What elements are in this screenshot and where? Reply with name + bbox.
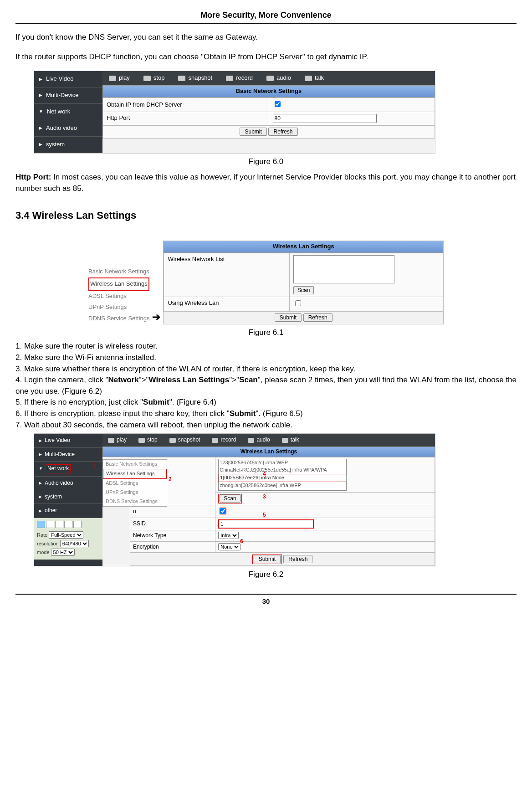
annotation-1: 1 [93, 462, 97, 470]
side-ddns[interactable]: DDNS Service Settings [88, 313, 149, 324]
figure-6-2: Live Video Multi-Device Net work Audio v… [34, 433, 435, 566]
figure-6-1: Basic Network Settings Wireless Lan Sett… [88, 241, 444, 324]
record-button[interactable]: record [226, 74, 253, 82]
record-icon [212, 438, 218, 443]
arrow-right-icon: ➔ [152, 310, 160, 324]
nav-other[interactable]: other [34, 504, 102, 518]
talk-icon [282, 438, 288, 443]
wifi-item-3[interactable]: zhonglian[0025862c0bee] infra WEP [219, 482, 346, 489]
wifi-item-2[interactable]: 1[0025B637ee26] infra None [219, 474, 346, 482]
scan-button[interactable]: Scan [220, 494, 240, 503]
nav-system[interactable]: system [34, 490, 102, 504]
nav-multi-device[interactable]: Multi-Device [34, 448, 102, 462]
wireless-list-label: Wireless Network List [164, 253, 290, 297]
talk-icon [305, 76, 312, 81]
network-submenu: Basic Network Settings Wireless Lan Sett… [102, 459, 167, 507]
refresh-button[interactable]: Refresh [283, 555, 312, 563]
resolution-select[interactable]: 640*480 [60, 540, 89, 547]
step-4: 4. Login the camera, click "Network">"Wi… [15, 375, 517, 397]
wireless-list-box[interactable] [293, 255, 394, 283]
snapshot-icon [169, 438, 176, 443]
play-button[interactable]: play [109, 74, 130, 82]
layout-icons[interactable] [37, 521, 100, 530]
side-adsl[interactable]: ADSL Settings [88, 291, 149, 302]
record-icon [226, 76, 233, 81]
http-port-paragraph: Http Port: In most cases, you can leave … [15, 172, 517, 194]
using-wireless-checkbox[interactable] [220, 508, 226, 514]
stop-icon [138, 438, 145, 443]
side-wireless-lan[interactable]: Wireless Lan Settings [88, 277, 149, 291]
section-heading-3-4: 3.4 Wireless Lan Settings [15, 208, 517, 223]
step-6: 6. If there is encryption, please input … [15, 408, 517, 420]
side-upnp[interactable]: UPnP Settings [88, 302, 149, 313]
nav-audio-video[interactable]: Audio video [34, 120, 102, 137]
step-1: 1. Make sure the router is wireless rout… [15, 341, 517, 352]
http-port-label: Http Port [103, 112, 269, 125]
network-type-select[interactable]: Infra [218, 532, 239, 539]
steps-list: 1. Make sure the router is wireless rout… [15, 341, 517, 431]
dhcp-checkbox[interactable] [275, 101, 281, 107]
settings-sidebar: Basic Network Settings Wireless Lan Sett… [88, 266, 149, 324]
audio-button[interactable]: audio [266, 74, 291, 82]
nav-multi-device[interactable]: Multi-Device [34, 87, 102, 104]
ssid-label: SSID [130, 518, 215, 530]
stop-button[interactable]: stop [138, 436, 158, 444]
nav-network[interactable]: Net work [34, 104, 102, 120]
audio-icon [266, 76, 274, 81]
panel-title: Wireless Lan Settings [102, 447, 435, 457]
using-wireless-label: Using Wireless Lan [164, 297, 290, 311]
network-type-label: Network Type [130, 530, 215, 541]
figure-6-0-caption: Figure 6.0 [15, 156, 517, 168]
snapshot-button[interactable]: snapshot [178, 74, 212, 82]
nav-audio-video[interactable]: Audio video [34, 477, 102, 490]
refresh-button[interactable]: Refresh [303, 313, 332, 322]
talk-button[interactable]: talk [305, 74, 324, 82]
annotation-2: 2 [169, 476, 172, 483]
http-port-input[interactable] [273, 114, 377, 123]
toolbar: play stop snapshot record audio talk [102, 71, 435, 85]
rate-select[interactable]: Full-Speed [49, 531, 83, 539]
submenu-upnp[interactable]: UPnP Settings [103, 488, 167, 497]
scan-button[interactable]: Scan [293, 286, 314, 294]
submit-button[interactable]: Submit [240, 128, 266, 136]
panel-title: Wireless Lan Settings [164, 241, 443, 253]
submenu-basic[interactable]: Basic Network Settings [103, 460, 167, 469]
figure-6-2-caption: Figure 6.2 [15, 569, 517, 580]
play-icon [109, 76, 116, 81]
audio-button[interactable]: audio [248, 436, 270, 444]
using-wireless-checkbox[interactable] [295, 300, 301, 306]
stop-button[interactable]: stop [143, 74, 165, 82]
side-basic-network[interactable]: Basic Network Settings [88, 266, 149, 277]
encryption-select[interactable]: None [218, 543, 240, 550]
stop-icon [143, 76, 151, 81]
snapshot-icon [178, 76, 185, 81]
mode-select[interactable]: 50 HZ [51, 549, 75, 556]
talk-button[interactable]: talk [282, 436, 299, 444]
wifi-list[interactable]: 123[002586745b2c] infra WEP ChinaNet-RCJ… [218, 459, 347, 491]
snapshot-button[interactable]: snapshot [169, 436, 200, 444]
play-button[interactable]: play [108, 436, 127, 444]
nav-live-video[interactable]: Live Video [34, 434, 102, 447]
dhcp-label: Obtain IP from DHCP Server [103, 98, 269, 112]
http-port-lead: Http Port: [15, 173, 51, 181]
ssid-input[interactable] [219, 520, 313, 528]
preview-controls: Rate Full-Speed resolution 640*480 mode … [34, 518, 102, 560]
toolbar: play stop snapshot record audio talk [102, 434, 435, 446]
audio-icon [248, 438, 254, 443]
step-5: 5. If there is no encryption, just click… [15, 397, 517, 408]
nav-network[interactable]: Net work [34, 462, 102, 476]
submenu-adsl[interactable]: ADSL Settings [103, 479, 167, 488]
submenu-wireless[interactable]: Wireless Lan Settings [103, 469, 167, 479]
refresh-button[interactable]: Refresh [268, 128, 297, 136]
nav-system[interactable]: system [34, 137, 102, 153]
submit-button[interactable]: Submit [275, 313, 302, 322]
submenu-ddns[interactable]: DDNS Service Settings [103, 497, 167, 506]
sidenav: Live Video Multi-Device Net work Audio v… [34, 71, 102, 153]
wifi-item-0[interactable]: 123[002586745b2c] infra WEP [219, 459, 346, 467]
annotation-5: 5 [263, 511, 266, 519]
wifi-item-1[interactable]: ChinaNet-RCJZ[00255e1dc55a] infra WPA/WP… [219, 467, 346, 474]
submit-button[interactable]: Submit [254, 555, 281, 563]
nav-live-video[interactable]: Live Video [34, 71, 102, 87]
paragraph-dns: If you don't know the DNS Server, you ca… [15, 32, 517, 43]
record-button[interactable]: record [212, 436, 236, 444]
